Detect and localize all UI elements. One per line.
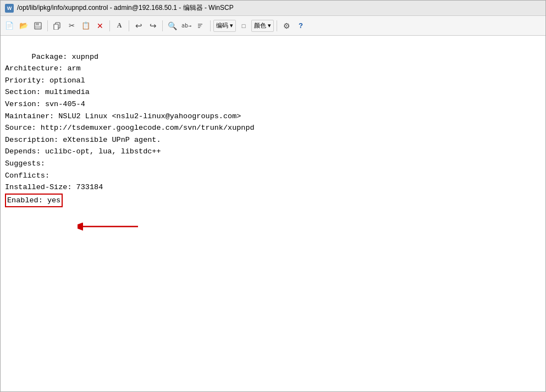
line-section: Section: multimedia bbox=[5, 88, 90, 96]
line-version: Version: svn-405-4 bbox=[5, 100, 85, 108]
line-enabled: Enabled: yes bbox=[5, 196, 63, 205]
find-button[interactable]: 🔍 bbox=[166, 19, 179, 32]
svg-rect-2 bbox=[35, 26, 41, 29]
line-conflicts: Conflicts: bbox=[5, 172, 49, 180]
separator-5 bbox=[210, 20, 211, 31]
app-icon: W bbox=[5, 4, 14, 13]
settings-button[interactable]: ⚙ bbox=[280, 19, 293, 32]
redo-button[interactable]: ↪ bbox=[146, 19, 159, 32]
arrow-annotation bbox=[78, 218, 144, 238]
encode-label: 编码 bbox=[216, 21, 228, 30]
line-suggests: Suggests: bbox=[5, 159, 45, 168]
line-description: Description: eXtensible UPnP agent. bbox=[5, 136, 161, 144]
separator-4 bbox=[162, 20, 163, 31]
winscp-editor-window: W /opt/lib/ipkg/info/xupnpd.control - ad… bbox=[0, 0, 546, 392]
goto-line-button[interactable] bbox=[194, 19, 207, 32]
line-package: Package: xupnpd bbox=[32, 53, 99, 61]
line-depends: Depends: uclibc-opt, lua, libstdc++ bbox=[5, 147, 161, 156]
paste-button[interactable]: 📋 bbox=[79, 19, 92, 32]
line-priority: Priority: optional bbox=[5, 76, 85, 85]
svg-rect-1 bbox=[36, 23, 39, 25]
window-title: /opt/lib/ipkg/info/xupnpd.control - admi… bbox=[17, 3, 541, 13]
line-architecture: Architecture: arm bbox=[5, 64, 81, 73]
copy-button[interactable] bbox=[51, 19, 64, 32]
line-maintainer: Maintainer: NSLU2 Linux <nslu2-linux@yah… bbox=[5, 112, 241, 120]
help-button[interactable]: ? bbox=[294, 19, 307, 32]
title-bar: W /opt/lib/ipkg/info/xupnpd.control - ad… bbox=[1, 1, 545, 16]
separator-3 bbox=[129, 20, 129, 31]
save-button[interactable] bbox=[31, 19, 45, 32]
cut-button[interactable]: ✂ bbox=[65, 19, 78, 32]
line-source: Source: http://tsdemuxer.googlecode.com/… bbox=[5, 124, 255, 132]
color-label: 颜色 bbox=[254, 21, 266, 30]
svg-rect-4 bbox=[54, 24, 58, 30]
delete-button[interactable]: ✕ bbox=[93, 19, 107, 32]
separator-6 bbox=[277, 20, 277, 31]
color-dropdown[interactable]: 颜色 ▾ bbox=[251, 20, 274, 32]
new-button[interactable]: 📄 bbox=[3, 19, 16, 32]
toggle-char-button[interactable]: A bbox=[113, 19, 126, 32]
undo-button[interactable]: ↩ bbox=[132, 19, 145, 32]
line-installed-size: Installed-Size: 733184 bbox=[5, 183, 103, 191]
editor-area[interactable]: Package: xupnpd Architecture: arm Priori… bbox=[1, 36, 545, 391]
open-button[interactable]: 📂 bbox=[17, 19, 30, 32]
separator-2 bbox=[109, 20, 110, 31]
encode-arrow: ▾ bbox=[230, 22, 233, 29]
file-content: Package: xupnpd Architecture: arm Priori… bbox=[5, 39, 541, 231]
encode-dropdown[interactable]: 编码 ▾ bbox=[213, 20, 236, 32]
show-special-checkbox[interactable]: □ bbox=[237, 19, 250, 32]
color-arrow: ▾ bbox=[268, 22, 271, 29]
editor-toolbar: 📄 📂 ✂ 📋 ✕ A ↩ ↪ 🔍 ab→ bbox=[1, 16, 545, 36]
enabled-highlighted: Enabled: yes bbox=[5, 194, 63, 208]
separator-1 bbox=[47, 20, 48, 31]
replace-button[interactable]: ab→ bbox=[180, 19, 193, 32]
